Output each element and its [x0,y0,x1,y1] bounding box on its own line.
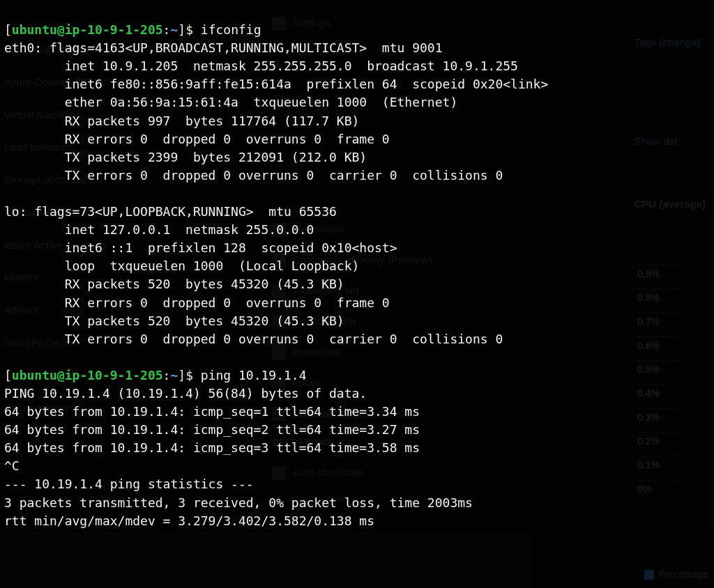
ifconfig-eth0-line: TX packets 2399 bytes 212091 (212.0 KB) [4,150,367,164]
ping-output-line: 64 bytes from 10.19.1.4: icmp_seq=2 ttl=… [4,422,420,437]
prompt-user-host: ubuntu@ip-10-9-1-205 [12,22,163,37]
ifconfig-lo-line: RX errors 0 dropped 0 overruns 0 frame 0 [4,295,390,310]
ifconfig-eth0-line: inet6 fe80::856:9aff:fe15:614a prefixlen… [4,77,548,91]
ifconfig-eth0-line: eth0: flags=4163<UP,BROADCAST,RUNNING,MU… [4,40,443,55]
prompt-path: ~ [170,22,178,37]
prompt-path: ~ [170,368,178,382]
ifconfig-lo-line: inet6 ::1 prefixlen 128 scopeid 0x10<hos… [4,240,397,255]
ping-output-line: 64 bytes from 10.19.1.4: icmp_seq=1 ttl=… [4,404,420,419]
ping-output-line: 3 packets transmitted, 3 received, 0% pa… [4,495,473,510]
ping-output-line: 64 bytes from 10.19.1.4: icmp_seq=3 ttl=… [4,440,420,455]
prompt-user-host: ubuntu@ip-10-9-1-205 [12,368,163,382]
ifconfig-lo-line: loop txqueuelen 1000 (Local Loopback) [4,258,359,273]
ping-output-line: rtt min/avg/max/mdev = 3.279/3.402/3.582… [4,513,374,528]
ifconfig-eth0-line: RX errors 0 dropped 0 overruns 0 frame 0 [4,132,390,146]
ifconfig-lo-line: lo: flags=73<UP,LOOPBACK,RUNNING> mtu 65… [4,204,337,219]
ifconfig-lo-line: TX packets 520 bytes 45320 (45.3 KB) [4,314,344,328]
ifconfig-lo-line: TX errors 0 dropped 0 overruns 0 carrier… [4,332,503,346]
ping-output-line: --- 10.19.1.4 ping statistics --- [4,477,254,491]
ping-output-line: ^C [4,458,20,473]
ifconfig-lo-line: RX packets 520 bytes 45320 (45.3 KB) [4,277,344,291]
command-ping: ping 10.19.1.4 [201,368,307,382]
ifconfig-eth0-line: inet 10.9.1.205 netmask 255.255.255.0 br… [4,59,518,73]
terminal-window[interactable]: [ubuntu@ip-10-9-1-205:~]$ ifconfig eth0:… [0,0,714,588]
ping-output-line: PING 10.19.1.4 (10.19.1.4) 56(84) bytes … [4,386,367,401]
ifconfig-eth0-line: TX errors 0 dropped 0 overruns 0 carrier… [4,168,503,183]
command-ifconfig: ifconfig [201,22,261,37]
ifconfig-lo-line: inet 127.0.0.1 netmask 255.0.0.0 [4,222,314,237]
ifconfig-eth0-line: ether 0a:56:9a:15:61:4a txqueuelen 1000 … [4,95,457,109]
ifconfig-eth0-line: RX packets 997 bytes 117764 (117.7 KB) [4,114,359,128]
